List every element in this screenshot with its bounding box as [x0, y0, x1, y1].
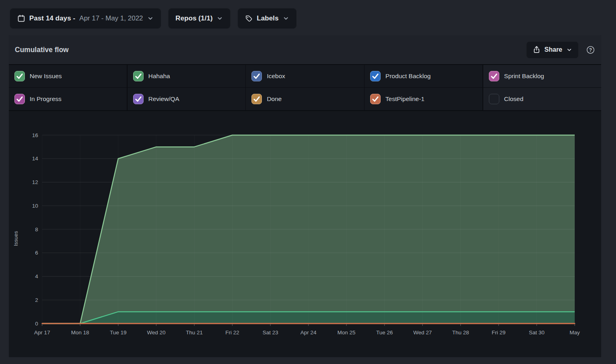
labels-dropdown[interactable]: Labels [237, 8, 296, 29]
repos-label: Repos (1/1) [176, 14, 213, 22]
checkbox-checked[interactable] [133, 71, 144, 81]
legend-item-label: Icebox [267, 73, 285, 80]
svg-text:2: 2 [35, 297, 38, 303]
share-icon [533, 46, 541, 54]
legend-item-closed[interactable]: Closed [483, 88, 601, 110]
legend-item-product-backlog[interactable]: Product Backlog [365, 65, 482, 87]
svg-text:16: 16 [32, 132, 38, 138]
svg-text:Wed 20: Wed 20 [147, 330, 165, 336]
legend-item-label: In Progress [30, 95, 61, 103]
legend-item-testpipeline-1[interactable]: TestPipeline-1 [365, 88, 482, 110]
svg-text:Sat 30: Sat 30 [529, 330, 545, 336]
svg-text:14: 14 [32, 156, 38, 162]
checkbox-checked[interactable] [14, 71, 25, 81]
svg-text:Thu 21: Thu 21 [186, 330, 203, 336]
svg-text:Mon 25: Mon 25 [337, 330, 355, 336]
legend-item-icebox[interactable]: Icebox [246, 65, 364, 87]
tag-icon [245, 15, 253, 22]
chevron-down-icon [147, 15, 154, 22]
checkbox-checked[interactable] [133, 94, 144, 104]
svg-text:10: 10 [32, 202, 38, 208]
date-range-value: Apr 17 - May 1, 2022 [79, 14, 143, 22]
svg-text:Apr 17: Apr 17 [34, 330, 50, 336]
help-button[interactable]: ? [586, 46, 595, 54]
legend-item-sprint-backlog[interactable]: Sprint Backlog [483, 65, 601, 87]
cumulative-flow-panel: Cumulative flow Share ? [9, 35, 601, 357]
svg-text:?: ? [589, 47, 592, 53]
svg-text:6: 6 [35, 250, 38, 256]
checkbox-checked[interactable] [370, 71, 381, 81]
labels-label: Labels [257, 14, 278, 22]
checkbox-checked[interactable] [489, 71, 499, 81]
panel-header: Cumulative flow Share ? [9, 35, 601, 64]
checkbox-unchecked[interactable] [489, 94, 499, 104]
date-range-dropdown[interactable]: Past 14 days - Apr 17 - May 1, 2022 [10, 8, 161, 29]
legend-item-label: Hahaha [148, 73, 170, 80]
legend-item-label: Review/QA [148, 95, 180, 103]
cumulative-flow-chart: 0246810121416Apr 17Mon 18Tue 19Wed 20Thu… [9, 111, 601, 358]
checkbox-checked[interactable] [370, 94, 381, 104]
date-range-label: Past 14 days - [29, 14, 75, 22]
svg-text:12: 12 [32, 179, 38, 185]
svg-text:Wed 27: Wed 27 [413, 330, 432, 336]
svg-text:Tue 19: Tue 19 [110, 330, 127, 336]
checkbox-checked[interactable] [251, 71, 262, 81]
panel-title: Cumulative flow [15, 46, 69, 54]
legend-item-label: Product Backlog [385, 73, 431, 80]
svg-text:Thu 28: Thu 28 [452, 330, 469, 336]
legend-item-label: Closed [504, 95, 523, 103]
svg-text:Tue 26: Tue 26 [376, 330, 393, 336]
legend-item-label: Done [267, 95, 282, 103]
svg-text:Apr 24: Apr 24 [300, 330, 316, 336]
chevron-down-icon [283, 15, 289, 22]
help-icon: ? [586, 46, 595, 54]
svg-text:Mon 18: Mon 18 [71, 330, 89, 336]
calendar-icon [17, 14, 25, 22]
checkbox-checked[interactable] [14, 94, 25, 104]
svg-text:4: 4 [35, 273, 38, 279]
svg-text:Fri 22: Fri 22 [225, 330, 239, 336]
share-button[interactable]: Share [526, 41, 579, 59]
svg-text:0: 0 [35, 320, 38, 326]
checkbox-checked[interactable] [251, 94, 262, 104]
filters-toolbar: Past 14 days - Apr 17 - May 1, 2022 Repo… [10, 8, 297, 29]
legend-item-hahaha[interactable]: Hahaha [128, 65, 245, 87]
legend-item-review-qa[interactable]: Review/QA [128, 88, 245, 110]
chevron-down-icon [566, 47, 572, 53]
share-label: Share [545, 46, 562, 53]
y-axis-label: Issues [13, 231, 19, 246]
legend-item-done[interactable]: Done [246, 88, 364, 110]
svg-text:8: 8 [35, 226, 38, 232]
legend-item-new-issues[interactable]: New Issues [9, 65, 127, 87]
chevron-down-icon [217, 15, 223, 22]
pipeline-legend: New IssuesHahahaIceboxProduct BacklogSpr… [9, 64, 601, 111]
legend-item-in-progress[interactable]: In Progress [9, 88, 127, 110]
svg-text:May: May [569, 330, 580, 336]
repos-dropdown[interactable]: Repos (1/1) [168, 8, 231, 29]
legend-item-label: TestPipeline-1 [385, 95, 424, 103]
svg-text:Sat 23: Sat 23 [263, 330, 278, 336]
legend-item-label: Sprint Backlog [504, 73, 544, 80]
legend-item-label: New Issues [30, 73, 62, 80]
svg-text:Fri 29: Fri 29 [492, 330, 506, 336]
